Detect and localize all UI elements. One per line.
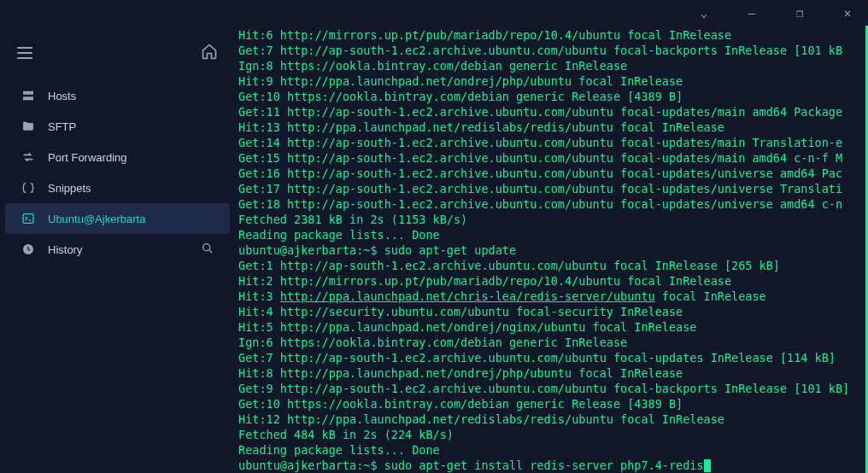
sidebar-item-sftp[interactable]: SFTP	[5, 111, 230, 142]
hosts-icon	[21, 88, 36, 103]
folder-icon	[21, 119, 36, 134]
terminal-line: Hit:5 http://ppa.launchpad.net/ondrej/ng…	[238, 319, 862, 335]
terminal-line: Get:11 http://ap-south-1.ec2.archive.ubu…	[238, 104, 862, 120]
terminal-line: Get:18 http://ap-south-1.ec2.archive.ubu…	[238, 196, 862, 212]
terminal-line: Get:1 http://ap-south-1.ec2.archive.ubun…	[238, 258, 862, 273]
terminal-line: Get:7 http://ap-south-1.ec2.archive.ubun…	[238, 43, 862, 58]
sidebar-item-label: Ubuntu@Ajkerbarta	[48, 213, 145, 225]
terminal-line: Hit:13 http://ppa.launchpad.net/redislab…	[238, 120, 862, 135]
terminal-line: Hit:8 http://ppa.launchpad.net/ondrej/ph…	[238, 365, 862, 381]
terminal-line: Fetched 2381 kB in 2s (1153 kB/s)	[238, 212, 862, 227]
terminal-line: Ign:8 https://ookla.bintray.com/debian g…	[238, 58, 862, 73]
terminal-prompt: ubuntu@ajkerbarta:~$ sudo apt-get update	[238, 242, 862, 258]
terminal-line: Get:10 https://ookla.bintray.com/debian …	[238, 396, 862, 412]
close-button[interactable]: ✕	[834, 3, 861, 23]
terminal-line: Get:17 http://ap-south-1.ec2.archive.ubu…	[238, 181, 862, 196]
terminal-line: Get:10 https://ookla.bintray.com/debian …	[238, 89, 862, 104]
sidebar-item-session[interactable]: Ubuntu@Ajkerbarta	[5, 203, 230, 234]
sidebar-item-label: SFTP	[48, 120, 76, 133]
history-icon	[21, 242, 36, 257]
svg-rect-2	[23, 214, 33, 224]
terminal-line: Get:15 http://ap-south-1.ec2.archive.ubu…	[238, 150, 862, 166]
sidebar-item-label: Hosts	[48, 90, 76, 102]
sidebar-item-hosts[interactable]: Hosts	[5, 80, 230, 111]
terminal-line: Fetched 484 kB in 2s (224 kB/s)	[238, 427, 862, 442]
terminal-line: Hit:12 http://ppa.launchpad.net/redislab…	[238, 412, 862, 427]
svg-point-4	[203, 243, 210, 250]
svg-rect-1	[23, 96, 33, 100]
sidebar-item-port-forwarding[interactable]: Port Forwarding	[5, 142, 230, 172]
sidebar-item-snippets[interactable]: Snippets	[5, 172, 230, 203]
terminal-icon	[21, 211, 36, 226]
terminal-line: Get:9 http://ap-south-1.ec2.archive.ubun…	[238, 381, 862, 396]
sidebar-item-label: Port Forwarding	[48, 151, 126, 164]
terminal-prompt[interactable]: ubuntu@ajkerbarta:~$ sudo apt-get instal…	[238, 458, 862, 473]
port-forwarding-icon	[21, 149, 36, 165]
terminal-pane[interactable]: Hit:6 http://mirrors.up.pt/pub/mariadb/r…	[235, 26, 868, 473]
search-icon[interactable]	[201, 242, 214, 258]
sidebar-item-label: Snippets	[48, 182, 91, 195]
terminal-line: Get:14 http://ap-south-1.ec2.archive.ubu…	[238, 135, 862, 150]
title-bar: ⌄ — ❐ ✕	[0, 0, 868, 26]
terminal-line: Reading package lists... Done	[238, 227, 862, 242]
terminal-line: Get:7 http://ap-south-1.ec2.archive.ubun…	[238, 350, 862, 365]
terminal-line: Hit:3 http://ppa.launchpad.net/chris-lea…	[238, 289, 862, 304]
minimize-button[interactable]: —	[738, 3, 765, 23]
terminal-line: Hit:6 http://mirrors.up.pt/pub/mariadb/r…	[238, 27, 862, 43]
sidebar-top	[0, 36, 235, 80]
sidebar: Hosts SFTP Port Forwarding Snippets Ubun	[0, 26, 235, 473]
sidebar-item-history[interactable]: History	[5, 234, 230, 265]
terminal-line: Get:16 http://ap-south-1.ec2.archive.ubu…	[238, 166, 862, 181]
sidebar-item-label: History	[48, 243, 82, 256]
home-icon[interactable]	[201, 43, 218, 63]
menu-icon[interactable]	[17, 47, 32, 59]
snippets-icon	[21, 180, 36, 196]
terminal-line: Hit:4 http://security.ubuntu.com/ubuntu …	[238, 304, 862, 319]
svg-rect-0	[23, 91, 33, 95]
terminal-line: Hit:9 http://ppa.launchpad.net/ondrej/ph…	[238, 73, 862, 89]
cursor	[704, 459, 711, 472]
terminal-line: Hit:2 http://mirrors.up.pt/pub/mariadb/r…	[238, 273, 862, 289]
maximize-button[interactable]: ❐	[786, 3, 813, 23]
dropdown-button[interactable]: ⌄	[690, 3, 718, 23]
terminal-line: Ign:6 https://ookla.bintray.com/debian g…	[238, 335, 862, 350]
terminal-line: Reading package lists... Done	[238, 442, 862, 458]
